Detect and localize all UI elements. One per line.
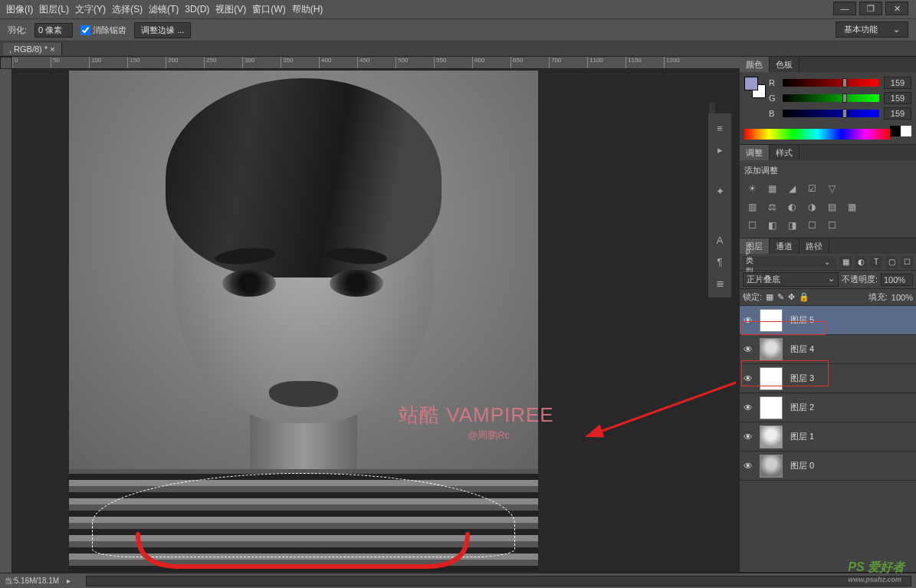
layer-name[interactable]: 图层 5 [786, 314, 814, 326]
colorlookup-icon[interactable]: ▦ [844, 199, 859, 215]
visibility-icon[interactable]: 👁 [740, 315, 757, 326]
layer-thumbnail[interactable] [760, 309, 783, 332]
panels-column: 颜色 色板 R159 G159 B159 调整 样式 [740, 57, 916, 573]
fill-input[interactable]: 100% [891, 293, 913, 302]
tab-styles[interactable]: 样式 [770, 145, 799, 160]
channelmixer-icon[interactable]: ▤ [824, 199, 839, 215]
filter-shape-icon[interactable]: ▢ [885, 256, 898, 268]
minimize-button[interactable]: — [833, 2, 856, 15]
feather-input[interactable]: 0 像素 [34, 23, 73, 38]
close-button[interactable]: ✕ [885, 2, 908, 15]
layer-item[interactable]: 👁 图层 1 [740, 422, 916, 452]
exposure-icon[interactable]: ☑ [804, 181, 819, 196]
visibility-icon[interactable]: 👁 [740, 373, 757, 384]
menu-item[interactable]: 文字(Y) [75, 3, 106, 16]
tab-adjustments[interactable]: 调整 [740, 145, 770, 160]
vibrance-icon[interactable]: ▽ [824, 181, 839, 196]
status-chevron-icon[interactable]: ▸ [67, 577, 71, 585]
character-panel-icon[interactable]: A [711, 232, 728, 248]
menu-item[interactable]: 图层(L) [39, 3, 69, 16]
tab-color[interactable]: 颜色 [740, 57, 770, 72]
fill-label: 填充: [868, 291, 888, 303]
fg-bg-swatch[interactable] [744, 77, 766, 98]
posterize-icon[interactable]: ◧ [764, 218, 780, 233]
antialias-checkbox[interactable]: 消除锯齿 [80, 25, 126, 36]
document-tab[interactable]: , RGB/8) * × [3, 43, 62, 55]
workspace-selector[interactable]: 基本功能⌄ [836, 21, 908, 38]
gradientmap-icon[interactable]: ☐ [804, 218, 819, 233]
menu-item[interactable]: 帮助(H) [292, 3, 323, 16]
lock-position-icon[interactable]: ✥ [788, 292, 795, 302]
b-slider[interactable] [783, 110, 879, 117]
dock-icon[interactable]: ▸ [711, 141, 728, 158]
visibility-icon[interactable]: 👁 [740, 432, 757, 442]
menu-item[interactable]: 窗口(W) [252, 3, 285, 16]
r-slider[interactable] [783, 79, 879, 87]
layer-item[interactable]: 👁 图层 5 [740, 306, 916, 335]
horizontal-scrollbar[interactable] [86, 576, 911, 586]
curves-icon[interactable]: ◢ [784, 181, 799, 196]
g-slider[interactable] [783, 94, 879, 102]
layer-name[interactable]: 图层 0 [786, 460, 814, 471]
layer-item[interactable]: 👁 图层 0 [740, 452, 916, 481]
layer-item[interactable]: 👁 图层 3 [740, 364, 916, 393]
menu-item[interactable]: 图像(I) [6, 3, 33, 16]
menu-item[interactable]: 滤镜(T) [149, 3, 179, 16]
tab-channels[interactable]: 通道 [770, 238, 799, 254]
layer-thumbnail[interactable] [760, 338, 783, 361]
hue-icon[interactable]: ▥ [744, 199, 760, 215]
filter-pixel-icon[interactable]: ▦ [839, 256, 852, 268]
threshold-icon[interactable]: ◨ [784, 218, 799, 233]
layer-thumbnail[interactable] [760, 455, 783, 478]
layer-filter-select[interactable]: ρ 类型⌄ [743, 256, 836, 268]
tab-paths[interactable]: 路径 [799, 238, 829, 254]
layer-thumbnail[interactable] [760, 396, 783, 419]
maximize-button[interactable]: ❐ [859, 2, 882, 15]
opacity-input[interactable]: 100% [881, 274, 913, 286]
visibility-icon[interactable]: 👁 [740, 344, 757, 355]
colorbalance-icon[interactable]: ⚖ [764, 199, 780, 215]
b-value[interactable]: 159 [884, 107, 911, 120]
annotation-curve [130, 527, 475, 572]
selectivecolor-icon[interactable]: ☐ [824, 218, 839, 233]
brightness-icon[interactable]: ☀ [744, 181, 760, 196]
visibility-icon[interactable]: 👁 [740, 461, 757, 471]
filter-adjust-icon[interactable]: ◐ [855, 256, 867, 268]
photofilter-icon[interactable]: ◑ [804, 199, 819, 215]
status-bar: 当:5.16M/18.1M ▸ [0, 573, 916, 588]
visibility-icon[interactable]: 👁 [740, 402, 757, 413]
layer-thumbnail[interactable] [760, 425, 783, 448]
color-spectrum[interactable] [744, 129, 890, 140]
lock-all-icon[interactable]: 🔒 [799, 292, 809, 302]
filter-smart-icon[interactable]: ☐ [901, 256, 913, 268]
levels-icon[interactable]: ▦ [764, 181, 780, 196]
r-value[interactable]: 159 [884, 77, 911, 89]
lock-pixels-icon[interactable]: ✎ [777, 292, 784, 302]
g-value[interactable]: 159 [884, 92, 911, 104]
lock-transparency-icon[interactable]: ▦ [766, 292, 773, 302]
refine-edge-button[interactable]: 调整边缘 ... [134, 22, 191, 38]
canvas[interactable] [69, 71, 538, 572]
layer-name[interactable]: 图层 2 [786, 402, 814, 413]
filter-text-icon[interactable]: T [870, 256, 882, 268]
paragraph-panel-icon[interactable]: ¶ [711, 253, 728, 270]
menu-item[interactable]: 3D(D) [185, 4, 209, 15]
layer-thumbnail[interactable] [760, 367, 783, 390]
blend-mode-select[interactable]: 正片叠底⌄ [743, 272, 839, 287]
dock-icon[interactable]: ✦ [711, 182, 728, 199]
layer-name[interactable]: 图层 3 [786, 373, 814, 384]
menu-item[interactable]: 视图(V) [215, 3, 246, 16]
layer-item[interactable]: 👁 图层 4 [740, 335, 916, 364]
menu-item[interactable]: 选择(S) [112, 3, 143, 16]
bw-icon[interactable]: ◐ [784, 199, 799, 215]
layer-name[interactable]: 图层 4 [786, 343, 814, 355]
layer-item[interactable]: 👁 图层 2 [740, 393, 916, 422]
dock-icon[interactable]: ≡ [711, 120, 728, 136]
tab-swatches[interactable]: 色板 [770, 57, 799, 72]
dock-icon[interactable]: ≣ [711, 274, 728, 291]
invert-icon[interactable]: ☐ [744, 218, 760, 233]
adjustments-title: 添加调整 [744, 165, 911, 176]
document-tabs: , RGB/8) * × [0, 41, 916, 57]
annotation-arrow [594, 379, 740, 440]
layer-name[interactable]: 图层 1 [786, 431, 814, 442]
